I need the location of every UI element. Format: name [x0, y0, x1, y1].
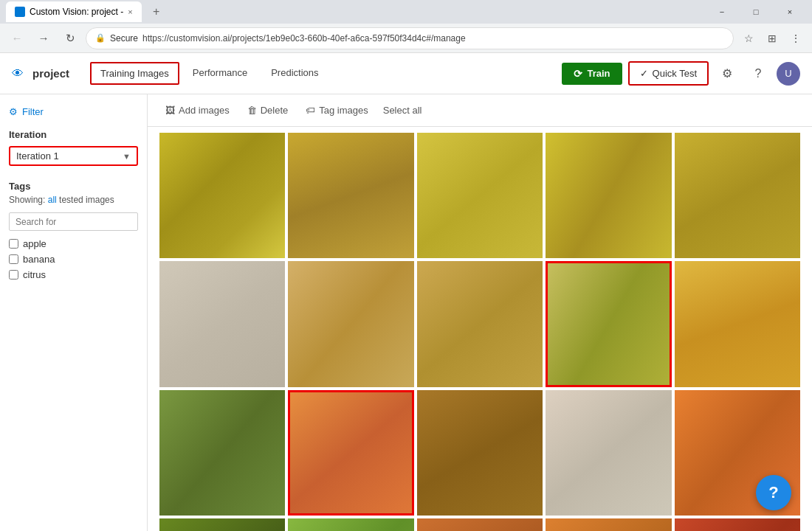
tab-close-btn[interactable]: ×: [128, 7, 132, 16]
showing-text: Showing: all tested images: [9, 195, 138, 205]
select-arrow-icon: ▼: [123, 152, 131, 161]
sidebar: ⚙ Filter Iteration Iteration 1 Iteration…: [0, 94, 148, 531]
delete-btn[interactable]: 🗑 Delete: [241, 102, 295, 119]
image-cell-r3c4[interactable]: [546, 390, 671, 516]
image-cell-r2c4[interactable]: [546, 261, 671, 386]
new-tab-btn[interactable]: +: [146, 1, 167, 22]
showing-all-link[interactable]: all: [48, 195, 57, 205]
tag-label-apple: apple: [23, 238, 47, 249]
forward-btn[interactable]: →: [32, 27, 55, 49]
tag-search-wrap[interactable]: [9, 212, 138, 231]
image-cell-r4c5[interactable]: [675, 518, 800, 531]
minimize-btn[interactable]: −: [706, 1, 738, 22]
train-button[interactable]: ⟳ Train: [562, 63, 622, 85]
help-fab-button[interactable]: ?: [756, 475, 791, 510]
user-avatar[interactable]: U: [777, 62, 800, 86]
image-cell-r1c1[interactable]: [159, 133, 285, 258]
address-bar[interactable]: 🔒 Secure https://customvision.ai/project…: [86, 27, 734, 49]
train-icon: ⟳: [574, 68, 582, 80]
app-title: project: [32, 67, 69, 80]
secure-icon: 🔒: [95, 33, 106, 43]
maximize-btn[interactable]: □: [740, 1, 772, 22]
image-cell-r3c2[interactable]: [288, 390, 413, 516]
nav-tabs: Training Images Performance Predictions: [90, 53, 556, 94]
tag-item-citrus: citrus: [9, 269, 138, 280]
image-cell-r1c4[interactable]: [546, 133, 671, 258]
filter-icon: ⚙: [9, 106, 18, 117]
image-cell-r1c5[interactable]: [675, 133, 800, 258]
add-images-icon: 🖼: [165, 105, 175, 116]
browser-toolbar-right: ☆ ⊞ ⋮: [738, 28, 806, 49]
tag-checkbox-apple[interactable]: [9, 239, 18, 249]
browser-toolbar: ← → ↻ 🔒 Secure https://customvision.ai/p…: [0, 24, 812, 53]
browser-frame: Custom Vision: project - × + − □ × ← → ↻…: [0, 0, 812, 53]
content-area: ⚙ Filter Iteration Iteration 1 Iteration…: [0, 94, 812, 531]
secure-label: Secure: [110, 33, 138, 44]
main-content: 🖼 Add images 🗑 Delete 🏷 Tag images Selec…: [148, 94, 812, 531]
app-header: 👁 project Training Images Performance Pr…: [0, 53, 812, 94]
tab-performance[interactable]: Performance: [182, 53, 258, 94]
tags-section: Tags Showing: all tested images apple ba…: [9, 181, 138, 280]
browser-titlebar: Custom Vision: project - × + − □ ×: [0, 0, 812, 24]
tag-item-apple: apple: [9, 238, 138, 249]
image-grid: [148, 127, 812, 531]
tags-title: Tags: [9, 181, 138, 192]
image-cell-r2c3[interactable]: [417, 261, 543, 386]
image-toolbar: 🖼 Add images 🗑 Delete 🏷 Tag images Selec…: [148, 94, 812, 127]
header-actions: ⟳ Train ✓ Quick Test ⚙ ? U: [562, 61, 800, 86]
image-cell-r4c1[interactable]: [159, 518, 285, 531]
tab-favicon: [15, 7, 25, 17]
delete-icon: 🗑: [247, 105, 257, 116]
app-logo-icon: 👁: [12, 67, 24, 80]
help-button[interactable]: ?: [746, 61, 771, 86]
menu-icon[interactable]: ⋮: [785, 28, 806, 49]
tag-images-btn[interactable]: 🏷 Tag images: [300, 102, 374, 119]
iteration-section: Iteration Iteration 1 Iteration 2 ▼: [9, 129, 138, 166]
tag-search-input[interactable]: [16, 217, 131, 227]
app-container: 👁 project Training Images Performance Pr…: [0, 53, 812, 531]
iteration-select-wrapper[interactable]: Iteration 1 Iteration 2 ▼: [9, 146, 138, 166]
quick-test-icon: ✓: [640, 68, 648, 79]
tag-checkbox-citrus[interactable]: [9, 270, 18, 280]
image-cell-r4c3[interactable]: [417, 518, 543, 531]
add-images-btn[interactable]: 🖼 Add images: [159, 102, 235, 119]
iteration-dropdown[interactable]: Iteration 1 Iteration 2: [16, 150, 123, 162]
tag-checkbox-banana[interactable]: [9, 254, 18, 264]
image-cell-r4c2[interactable]: [288, 518, 413, 531]
image-cell-r2c5[interactable]: [675, 261, 800, 386]
image-cell-r4c4[interactable]: [546, 518, 671, 531]
bookmark-icon[interactable]: ☆: [738, 28, 759, 49]
close-btn[interactable]: ×: [774, 1, 806, 22]
tab-training-images[interactable]: Training Images: [90, 62, 179, 85]
extensions-icon[interactable]: ⊞: [762, 28, 782, 49]
tab-predictions[interactable]: Predictions: [261, 53, 328, 94]
filter-label: Filter: [22, 106, 44, 117]
window-controls: − □ ×: [706, 1, 806, 22]
image-cell-r2c2[interactable]: [288, 261, 413, 386]
image-cell-r3c3[interactable]: [417, 390, 543, 516]
settings-button[interactable]: ⚙: [715, 61, 740, 86]
quick-test-button[interactable]: ✓ Quick Test: [628, 61, 709, 86]
back-btn[interactable]: ←: [6, 27, 28, 49]
filter-row[interactable]: ⚙ Filter: [9, 106, 138, 117]
browser-tab[interactable]: Custom Vision: project - ×: [6, 1, 142, 22]
tab-title: Custom Vision: project -: [30, 7, 123, 17]
tag-images-icon: 🏷: [306, 105, 315, 116]
iteration-label: Iteration: [9, 129, 138, 140]
tag-label-citrus: citrus: [23, 269, 46, 280]
image-cell-r1c3[interactable]: [417, 133, 543, 258]
select-all-btn[interactable]: Select all: [383, 105, 422, 116]
image-cell-r3c1[interactable]: [159, 390, 285, 516]
url-display: https://customvision.ai/projects/1eb9e0c…: [142, 33, 466, 44]
refresh-btn[interactable]: ↻: [59, 27, 81, 49]
tag-label-banana: banana: [23, 254, 55, 265]
image-cell-r2c1[interactable]: [159, 261, 285, 386]
image-cell-r1c2[interactable]: [288, 133, 413, 258]
tag-item-banana: banana: [9, 254, 138, 265]
